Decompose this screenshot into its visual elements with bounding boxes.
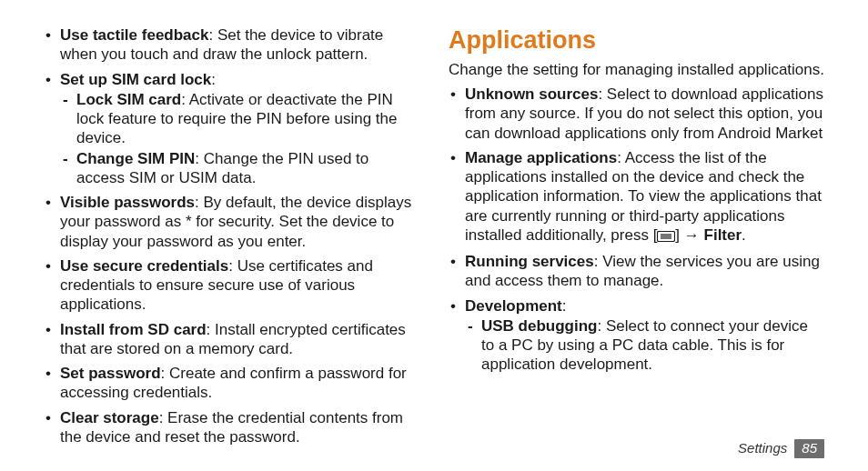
- desc-mid: ] →: [675, 226, 703, 244]
- sub-change-pin: Change SIM PIN: Change the PIN used to a…: [60, 149, 419, 188]
- term: Change SIM PIN: [76, 150, 195, 167]
- menu-key-icon: [657, 227, 675, 246]
- term: Use secure credentials: [60, 257, 228, 275]
- applications-intro: Change the setting for managing installe…: [449, 60, 824, 79]
- item-secure-credentials: Use secure credentials: Use certificates…: [44, 256, 419, 315]
- desc-post: .: [742, 226, 746, 244]
- term: Set password: [60, 365, 161, 382]
- item-visible-passwords: Visible passwords: By default, the devic…: [44, 193, 419, 251]
- item-development: Development: USB debugging: Select to co…: [449, 296, 824, 375]
- term: Lock SIM card: [76, 91, 181, 108]
- sub-usb-debugging: USB debugging: Select to connect your de…: [465, 316, 824, 375]
- item-manage-applications: Manage applications: Access the list of …: [449, 148, 824, 246]
- desc: :: [211, 71, 216, 88]
- term: Set up SIM card lock: [60, 71, 211, 88]
- sim-sub-list: Lock SIM card: Activate or deactivate th…: [60, 90, 419, 187]
- term: Development: [465, 297, 562, 315]
- item-unknown-sources: Unknown sources: Select to download appl…: [449, 85, 824, 143]
- sub-lock-sim: Lock SIM card: Activate or deactivate th…: [60, 90, 419, 148]
- filter-label: Filter: [704, 226, 742, 244]
- item-install-sd: Install from SD card: Install encrypted …: [44, 320, 419, 359]
- term: USB debugging: [481, 317, 597, 335]
- term: Install from SD card: [60, 321, 207, 338]
- term: Unknown sources: [465, 85, 598, 103]
- left-bullet-list: Use tactile feedback: Set the device to …: [44, 25, 419, 446]
- term: Use tactile feedback: [60, 26, 208, 44]
- right-bullet-list: Unknown sources: Select to download appl…: [449, 85, 824, 375]
- term: Visible passwords: [60, 194, 195, 211]
- term: Clear storage: [60, 409, 159, 426]
- item-sim-card-lock: Set up SIM card lock: Lock SIM card: Act…: [44, 70, 419, 188]
- item-running-services: Running services: View the services you …: [449, 252, 824, 291]
- term: Running services: [465, 253, 594, 270]
- page-footer: Settings 85: [738, 439, 824, 458]
- development-sub-list: USB debugging: Select to connect your de…: [465, 316, 824, 375]
- applications-heading: Applications: [449, 25, 824, 56]
- left-column: Use tactile feedback: Set the device to …: [44, 25, 419, 452]
- term: Manage applications: [465, 149, 617, 166]
- desc: :: [562, 297, 567, 315]
- two-column-layout: Use tactile feedback: Set the device to …: [44, 25, 824, 452]
- footer-section-name: Settings: [738, 440, 787, 457]
- footer-page-number: 85: [794, 439, 824, 458]
- right-column: Applications Change the setting for mana…: [449, 25, 824, 452]
- item-clear-storage: Clear storage: Erase the credential cont…: [44, 408, 419, 447]
- manual-page: Use tactile feedback: Set the device to …: [0, 0, 868, 471]
- item-tactile-feedback: Use tactile feedback: Set the device to …: [44, 25, 419, 65]
- item-set-password: Set password: Create and confirm a passw…: [44, 364, 419, 403]
